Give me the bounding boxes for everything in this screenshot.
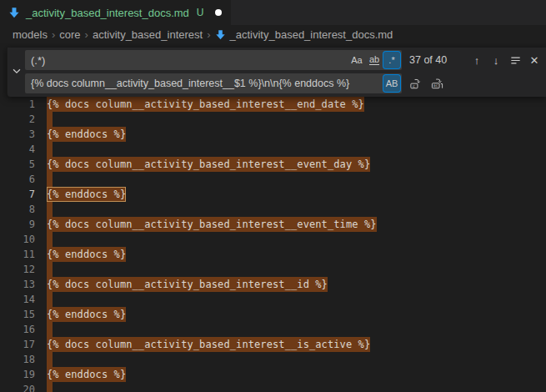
find-match-highlight <box>47 292 53 307</box>
close-button[interactable]: ✕ <box>526 52 543 68</box>
line-number: 20 <box>0 382 35 392</box>
find-match-highlight: {% enddocs %} <box>47 367 126 382</box>
line-number: 7 <box>0 187 35 202</box>
line-number: 16 <box>0 322 35 337</box>
line-number: 15 <box>0 307 35 322</box>
line-content[interactable]: {% enddocs %} <box>47 247 126 262</box>
find-match-highlight: {% docs column__activity_based_interest_… <box>47 97 364 112</box>
find-match-highlight: {% docs column__activity_based_interest_… <box>47 157 370 172</box>
breadcrumb: models›core›activity_based_interest› _ac… <box>0 25 546 43</box>
previous-match-button[interactable]: ↑ <box>468 52 485 68</box>
find-match-highlight <box>47 112 53 127</box>
line-content[interactable]: {% docs column__activity_based_interest_… <box>47 217 377 232</box>
next-match-button[interactable]: ↓ <box>488 52 504 68</box>
tab-active-file[interactable]: _activity_based_interest_docs.md U <box>0 0 231 25</box>
code-line: 13{% docs column__activity_based_interes… <box>0 277 546 292</box>
find-match-highlight <box>47 202 53 217</box>
code-line: 1{% docs column__activity_based_interest… <box>0 97 546 112</box>
code-line: 10 <box>0 232 546 247</box>
line-number: 6 <box>0 172 35 187</box>
line-content[interactable] <box>47 112 53 127</box>
line-content[interactable] <box>47 382 53 392</box>
code-line: 19{% enddocs %} <box>0 367 546 382</box>
line-content[interactable]: {% enddocs %} <box>47 127 126 142</box>
line-number: 5 <box>0 157 35 172</box>
find-match-highlight: {% docs column__activity_based_interest_… <box>47 337 370 352</box>
breadcrumb-separator-icon: › <box>85 28 88 41</box>
breadcrumb-separator-icon: › <box>52 28 55 41</box>
code-line: 11{% enddocs %} <box>0 247 546 262</box>
editor[interactable]: (.*) Aa ab .* 37 of 40 ↑ ↓ ✕ { <box>0 43 546 392</box>
line-content[interactable] <box>47 322 53 337</box>
unsaved-changes-dot-icon[interactable] <box>215 9 222 16</box>
match-count: 37 of 40 <box>409 54 447 66</box>
line-content[interactable] <box>47 202 53 217</box>
match-case-toggle[interactable]: Aa <box>348 52 365 68</box>
line-content[interactable]: {% docs column__activity_based_interest_… <box>47 277 328 292</box>
replace-button[interactable]: c <box>407 75 423 92</box>
find-input-value[interactable]: (.*) <box>31 54 348 67</box>
regex-toggle[interactable]: .* <box>383 52 400 68</box>
code-line: 6 <box>0 172 546 187</box>
find-input[interactable]: (.*) Aa ab .* <box>25 50 402 70</box>
code-line: 2 <box>0 112 546 127</box>
line-number: 9 <box>0 217 35 232</box>
line-number: 11 <box>0 247 35 262</box>
line-content[interactable] <box>47 262 53 277</box>
breadcrumb-item[interactable]: core <box>59 28 80 41</box>
code-line: 17{% docs column__activity_based_interes… <box>0 337 546 352</box>
tab-filename: _activity_based_interest_docs.md <box>26 7 189 19</box>
line-number: 4 <box>0 142 35 157</box>
line-number: 17 <box>0 337 35 352</box>
find-replace-widget: (.*) Aa ab .* 37 of 40 ↑ ↓ ✕ { <box>7 48 546 97</box>
find-in-selection-button[interactable] <box>507 52 523 68</box>
toggle-replace-button[interactable] <box>8 48 25 97</box>
breadcrumb-filename: _activity_based_interest_docs.md <box>230 28 393 41</box>
line-number: 19 <box>0 367 35 382</box>
svg-text:c: c <box>412 83 414 88</box>
find-match-highlight <box>47 142 53 157</box>
chevron-down-icon <box>11 65 23 80</box>
breadcrumb-item[interactable]: activity_based_interest <box>93 28 203 41</box>
breadcrumb-folders: models›core›activity_based_interest› <box>13 28 211 41</box>
code-line: 20 <box>0 382 546 392</box>
breadcrumb-file[interactable]: _activity_based_interest_docs.md <box>215 28 393 41</box>
git-untracked-badge: U <box>197 7 204 18</box>
find-match-highlight: {% enddocs %} <box>47 127 126 142</box>
find-match-highlight <box>47 172 53 187</box>
line-content[interactable] <box>47 352 53 367</box>
replace-input[interactable]: {% docs column__activity_based_interest_… <box>25 73 402 93</box>
line-content[interactable]: {% enddocs %} <box>47 307 126 322</box>
tab-bar: _activity_based_interest_docs.md U <box>0 0 546 25</box>
code-line: 18 <box>0 352 546 367</box>
code-line: 5{% docs column__activity_based_interest… <box>0 157 546 172</box>
line-content[interactable]: {% docs column__activity_based_interest_… <box>47 157 370 172</box>
line-number: 8 <box>0 202 35 217</box>
find-match-highlight: {% docs column__activity_based_interest_… <box>47 277 328 292</box>
line-content[interactable]: {% docs column__activity_based_interest_… <box>47 337 370 352</box>
line-content[interactable] <box>47 142 53 157</box>
breadcrumb-item[interactable]: models <box>13 28 48 41</box>
line-number: 2 <box>0 112 35 127</box>
replace-row: {% docs column__activity_based_interest_… <box>25 73 543 93</box>
preserve-case-toggle[interactable]: AB <box>383 75 400 92</box>
replace-input-value[interactable]: {% docs column__activity_based_interest_… <box>31 78 383 89</box>
find-match-highlight <box>47 352 53 367</box>
code-line: 8 <box>0 202 546 217</box>
line-content[interactable] <box>47 172 53 187</box>
current-find-match: {% enddocs %} <box>47 187 126 202</box>
line-content[interactable]: {% enddocs %} <box>47 187 126 202</box>
whole-word-toggle[interactable]: ab <box>366 52 383 68</box>
code-line: 12 <box>0 262 546 277</box>
code-line: 14 <box>0 292 546 307</box>
replace-all-button[interactable]: ac <box>428 75 445 92</box>
line-content[interactable]: {% enddocs %} <box>47 367 126 382</box>
line-content[interactable] <box>47 232 53 247</box>
find-match-highlight <box>47 382 53 392</box>
line-number: 14 <box>0 292 35 307</box>
line-content[interactable]: {% docs column__activity_based_interest_… <box>47 97 364 112</box>
line-number: 13 <box>0 277 35 292</box>
line-number: 12 <box>0 262 35 277</box>
code-line: 7{% enddocs %} <box>0 187 546 202</box>
line-content[interactable] <box>47 292 53 307</box>
